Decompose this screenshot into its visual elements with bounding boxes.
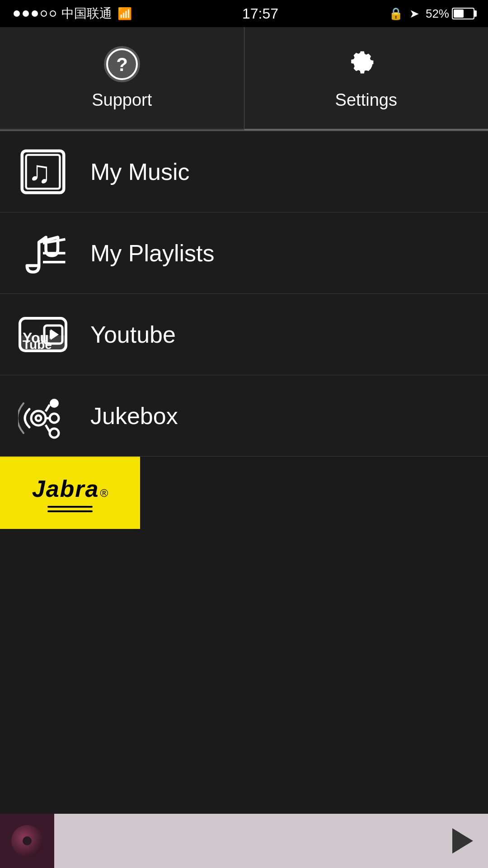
jabra-banner[interactable]: Jabra ® — [0, 457, 140, 529]
svg-point-19 — [50, 429, 59, 438]
menu-item-my-playlists[interactable]: My Playlists — [0, 212, 488, 294]
album-art — [0, 814, 54, 868]
youtube-icon: You Tube — [18, 310, 68, 359]
signal-dot-5 — [50, 10, 56, 17]
youtube-label: Youtube — [90, 321, 176, 348]
disc-center — [23, 836, 32, 845]
bottom-player-bar — [0, 814, 488, 868]
svg-point-18 — [50, 414, 59, 423]
svg-text:♫: ♫ — [28, 155, 51, 189]
support-label: Support — [92, 90, 152, 110]
wifi-icon: 📶 — [117, 7, 132, 21]
empty-space — [0, 529, 488, 800]
carrier-label: 中国联通 — [61, 5, 112, 22]
jabra-decoration — [47, 506, 93, 512]
play-button[interactable] — [434, 814, 488, 868]
my-playlists-label: My Playlists — [90, 240, 214, 267]
battery-container: 52% — [426, 7, 474, 21]
playlist-icon — [18, 228, 68, 278]
play-icon — [452, 828, 473, 854]
status-bar: 中国联通 📶 17:57 🔒 ➤ 52% — [0, 0, 488, 27]
battery-percent: 52% — [426, 7, 449, 21]
menu-item-jukebox[interactable]: Jukebox — [0, 375, 488, 457]
album-art-disc — [11, 825, 43, 857]
jukebox-label: Jukebox — [90, 402, 178, 429]
svg-point-15 — [31, 411, 46, 425]
battery-fill — [454, 9, 464, 18]
menu-item-youtube[interactable]: You Tube Youtube — [0, 294, 488, 375]
signal-dots — [14, 10, 56, 17]
svg-text:?: ? — [116, 54, 128, 75]
battery-icon — [452, 8, 474, 19]
status-right: 🔒 ➤ 52% — [389, 7, 474, 21]
signal-dot-1 — [14, 10, 20, 17]
my-music-label: My Music — [90, 158, 190, 185]
menu-item-my-music[interactable]: ♫ My Music — [0, 131, 488, 212]
menu-list: ♫ My Music My Playlists You Tube — [0, 131, 488, 457]
lock-icon: 🔒 — [389, 7, 403, 21]
settings-label: Settings — [335, 90, 397, 110]
jabra-registered: ® — [100, 487, 108, 500]
svg-point-17 — [50, 399, 59, 408]
svg-line-22 — [46, 425, 50, 432]
status-left: 中国联通 📶 — [14, 5, 132, 22]
top-nav: ? Support Settings — [0, 27, 488, 131]
tab-settings[interactable]: Settings — [244, 27, 488, 130]
signal-dot-2 — [23, 10, 29, 17]
settings-icon — [348, 46, 384, 82]
support-icon: ? — [104, 46, 140, 82]
svg-point-16 — [36, 415, 41, 421]
tab-support[interactable]: ? Support — [0, 27, 244, 130]
jukebox-icon — [18, 391, 68, 441]
location-icon: ➤ — [409, 7, 419, 21]
time-display: 17:57 — [242, 5, 278, 22]
svg-line-21 — [46, 405, 50, 411]
signal-dot-4 — [41, 10, 47, 17]
music-note-icon: ♫ — [18, 147, 68, 197]
jabra-brand-text: Jabra — [32, 475, 99, 502]
signal-dot-3 — [32, 10, 38, 17]
